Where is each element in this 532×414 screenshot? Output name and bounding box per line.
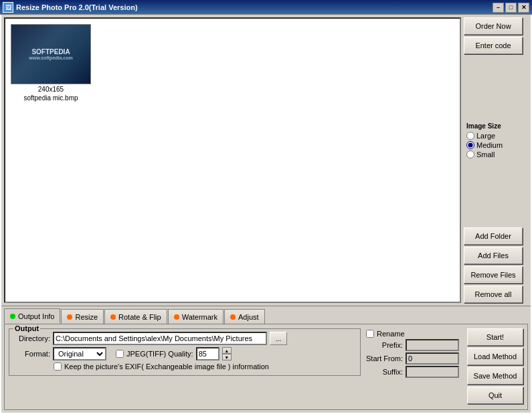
logo-text: SOFTPEDIA bbox=[29, 48, 72, 56]
radio-small-label: Small bbox=[476, 150, 495, 159]
image-thumbnail: SOFTPEDIA www.softpedia.com bbox=[11, 24, 91, 84]
radio-small-input[interactable] bbox=[466, 150, 474, 159]
tab-rotate-flip[interactable]: Rotate & Flip bbox=[104, 309, 167, 324]
output-form: Output Directory: ... Format: Ori bbox=[9, 328, 361, 404]
radio-small: Small bbox=[466, 150, 520, 159]
image-panel: SOFTPEDIA www.softpedia.com 240x165 soft… bbox=[4, 17, 461, 303]
tab-dot-output bbox=[10, 314, 15, 319]
tab-watermark-label: Watermark bbox=[182, 313, 217, 321]
radio-large-input[interactable] bbox=[466, 132, 474, 140]
prefix-row: Prefix: bbox=[366, 339, 459, 351]
suffix-label: Suffix: bbox=[366, 368, 403, 376]
exif-checkbox[interactable] bbox=[54, 363, 62, 371]
bottom-section: Output Info Resize Rotate & Flip Waterma… bbox=[1, 306, 531, 413]
tab-rotate-label: Rotate & Flip bbox=[118, 313, 161, 321]
radio-medium-label: Medium bbox=[476, 141, 503, 149]
rename-label: Rename bbox=[377, 330, 405, 338]
remove-all-button[interactable]: Remove all bbox=[464, 286, 523, 303]
suffix-input[interactable] bbox=[406, 366, 459, 378]
directory-label: Directory: bbox=[13, 334, 50, 342]
start-from-label: Start From: bbox=[366, 354, 403, 363]
load-method-button[interactable]: Load Method bbox=[467, 348, 523, 365]
tab-dot-resize bbox=[67, 314, 72, 320]
format-label: Format: bbox=[13, 350, 50, 358]
jpeg-quality-label: JPEG(TIFF) Quality: bbox=[126, 350, 193, 358]
rename-section: Rename Prefix: Start From: Suffix: bbox=[366, 328, 459, 404]
output-group: Output Directory: ... Format: Ori bbox=[9, 328, 361, 376]
tabs-row: Output Info Resize Rotate & Flip Waterma… bbox=[1, 306, 531, 324]
logo-url: www.softpedia.com bbox=[29, 56, 72, 60]
add-files-button[interactable]: Add Files bbox=[464, 247, 523, 264]
exif-label: Keep the picture's EXIF( Exchangeable im… bbox=[64, 363, 269, 371]
start-from-input[interactable] bbox=[406, 352, 459, 365]
rename-checkbox-item: Rename bbox=[366, 330, 459, 338]
rename-checkbox[interactable] bbox=[366, 330, 374, 338]
window-controls: – □ ✕ bbox=[493, 3, 529, 13]
prefix-input[interactable] bbox=[406, 339, 459, 351]
tab-output-info-label: Output Info bbox=[18, 312, 54, 320]
exif-checkbox-item: Keep the picture's EXIF( Exchangeable im… bbox=[54, 363, 269, 371]
window-title: Resize Photo Pro 2.0(Trial Version) bbox=[16, 3, 138, 11]
main-window: SOFTPEDIA www.softpedia.com 240x165 soft… bbox=[0, 15, 532, 414]
tab-dot-watermark bbox=[174, 314, 179, 320]
enter-code-button[interactable]: Enter code bbox=[464, 37, 523, 54]
tab-dot-adjust bbox=[230, 314, 236, 320]
image-size-label: Image Size bbox=[466, 122, 520, 130]
remove-files-button[interactable]: Remove Files bbox=[464, 266, 523, 284]
add-folder-button[interactable]: Add Folder bbox=[464, 227, 523, 245]
tab-resize[interactable]: Resize bbox=[61, 309, 104, 324]
order-now-button[interactable]: Order Now bbox=[464, 17, 523, 35]
quality-up-button[interactable]: ▲ bbox=[222, 347, 232, 354]
tab-content-output: Output Directory: ... Format: Ori bbox=[4, 324, 528, 410]
minimize-button[interactable]: – bbox=[493, 3, 504, 13]
suffix-row: Suffix: bbox=[366, 366, 459, 378]
quality-value-input[interactable] bbox=[196, 347, 219, 360]
jpeg-quality-checkbox-item: JPEG(TIFF) Quality: bbox=[116, 350, 193, 358]
quality-row: JPEG(TIFF) Quality: ▲ ▼ bbox=[116, 347, 232, 360]
start-button[interactable]: Start! bbox=[467, 328, 523, 346]
exif-row: Keep the picture's EXIF( Exchangeable im… bbox=[13, 363, 356, 371]
radio-large-label: Large bbox=[476, 132, 495, 140]
image-dimensions: 240x165 bbox=[38, 86, 64, 93]
thumbnail-overlay: SOFTPEDIA www.softpedia.com bbox=[29, 48, 72, 60]
quit-button[interactable]: Quit bbox=[467, 387, 523, 404]
action-buttons: Start! Load Method Save Method Quit bbox=[467, 328, 523, 404]
content-area: SOFTPEDIA www.softpedia.com 240x165 soft… bbox=[1, 15, 531, 306]
format-row: Format: Original JPEG PNG BMP TIFF bbox=[13, 347, 356, 360]
app-icon: 🖼 bbox=[3, 2, 13, 13]
start-from-row: Start From: bbox=[366, 352, 459, 365]
tab-resize-label: Resize bbox=[75, 313, 98, 321]
output-group-label: Output bbox=[13, 324, 40, 332]
directory-input[interactable] bbox=[53, 332, 267, 345]
save-method-button[interactable]: Save Method bbox=[467, 367, 523, 385]
prefix-label: Prefix: bbox=[366, 341, 403, 349]
title-bar: 🖼 Resize Photo Pro 2.0(Trial Version) – … bbox=[0, 0, 532, 15]
tab-adjust-label: Adjust bbox=[238, 313, 259, 321]
image-filename: softpedia mic.bmp bbox=[23, 94, 78, 102]
list-item[interactable]: SOFTPEDIA www.softpedia.com 240x165 soft… bbox=[11, 24, 91, 102]
right-panel: Order Now Enter code Image Size Large Me… bbox=[464, 15, 531, 306]
radio-medium: Medium bbox=[466, 141, 520, 149]
directory-row: Directory: ... bbox=[13, 332, 356, 345]
close-button[interactable]: ✕ bbox=[518, 3, 529, 13]
tab-output-info[interactable]: Output Info bbox=[4, 308, 60, 324]
tab-dot-rotate bbox=[110, 314, 116, 320]
tab-adjust[interactable]: Adjust bbox=[224, 309, 265, 324]
maximize-button[interactable]: □ bbox=[505, 3, 517, 13]
format-select[interactable]: Original JPEG PNG BMP TIFF bbox=[53, 347, 106, 360]
radio-medium-input[interactable] bbox=[466, 141, 474, 149]
browse-button[interactable]: ... bbox=[270, 332, 287, 345]
quality-down-button[interactable]: ▼ bbox=[222, 354, 232, 360]
jpeg-quality-checkbox[interactable] bbox=[116, 350, 124, 358]
quality-spinner: ▲ ▼ bbox=[222, 347, 232, 360]
image-size-group: Image Size Large Medium Small bbox=[464, 120, 523, 163]
tab-watermark[interactable]: Watermark bbox=[168, 309, 224, 324]
radio-large: Large bbox=[466, 132, 520, 140]
